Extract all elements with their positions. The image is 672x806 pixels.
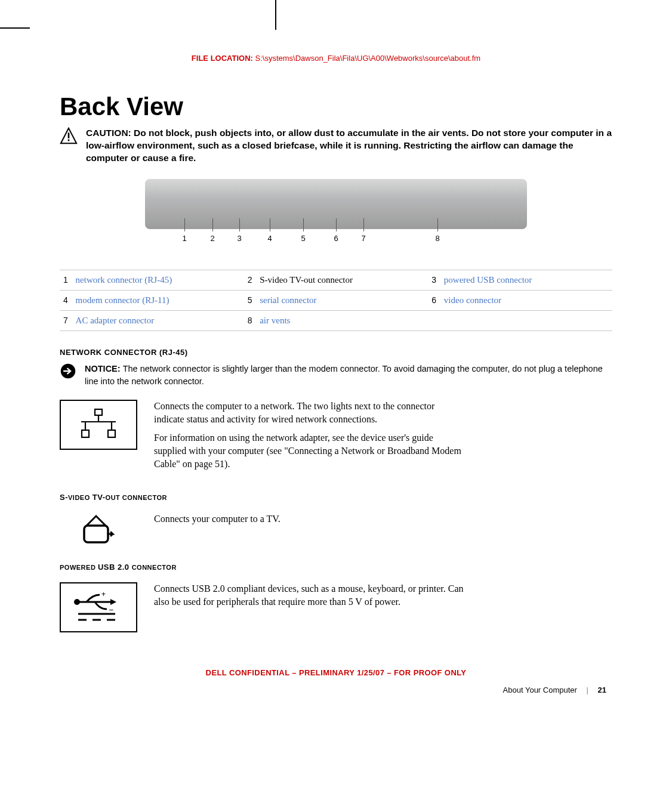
- legend-label: serial connector: [256, 290, 428, 310]
- callout-number: 3: [237, 234, 241, 243]
- notice-block: NOTICE: The network connector is slightl…: [60, 363, 612, 388]
- legend-num: 1: [60, 270, 72, 290]
- desc-paragraph: Connects the computer to a network. The …: [154, 400, 464, 427]
- legend-label: S-video TV-out connector: [256, 270, 428, 290]
- callout-line: [212, 218, 213, 231]
- callout-number: 6: [334, 234, 338, 243]
- legend-link[interactable]: serial connector: [260, 295, 316, 305]
- callout-line: [184, 218, 185, 231]
- legend-num: 4: [60, 290, 72, 310]
- legend-table: 1 network connector (RJ-45) 2 S-video TV…: [60, 270, 612, 331]
- callout-line: [336, 218, 337, 231]
- powered-usb-icon: + −: [60, 582, 137, 632]
- callout-number: 4: [267, 234, 272, 243]
- legend-label: [440, 310, 612, 331]
- footer-separator: |: [587, 685, 588, 694]
- section-heading-usb: POWERED USB 2.0 CONNECTOR: [60, 563, 612, 572]
- caution-label: CAUTION:: [86, 128, 134, 138]
- callout-number: 2: [210, 234, 214, 243]
- legend-link[interactable]: AC adapter connector: [76, 316, 155, 325]
- page-footer: About Your Computer | 21: [60, 685, 612, 694]
- crop-mark-horizontal: [0, 27, 30, 29]
- svideo-description: Connects your computer to a TV.: [154, 512, 280, 530]
- footer-section: About Your Computer: [503, 685, 577, 694]
- table-row: 1 network connector (RJ-45) 2 S-video TV…: [60, 270, 612, 290]
- usb-description-row: + − Connects USB 2.0 compliant devices, …: [60, 582, 612, 632]
- heading-part: OUT CONNECTOR: [106, 494, 167, 501]
- network-description-row: Connects the computer to a network. The …: [60, 400, 612, 476]
- legend-link[interactable]: powered USB connector: [444, 275, 532, 285]
- network-description: Connects the computer to a network. The …: [154, 400, 464, 476]
- legend-link[interactable]: video connector: [444, 295, 501, 305]
- legend-label: powered USB connector: [440, 270, 612, 290]
- callout-line: [363, 218, 364, 231]
- legend-label: network connector (RJ-45): [72, 270, 244, 290]
- legend-link[interactable]: modem connector (RJ-11): [76, 295, 169, 305]
- heading-part: S-: [60, 493, 68, 502]
- notice-body: The network connector is slightly larger…: [85, 364, 603, 386]
- legend-link[interactable]: air vents: [260, 316, 290, 325]
- notice-arrow-icon: [60, 363, 76, 382]
- svideo-description-row: Connects your computer to a TV.: [60, 512, 612, 546]
- callout-number: 1: [182, 234, 186, 243]
- heading-part: USB 2.0: [98, 563, 132, 572]
- heading-part: (RJ-45): [159, 348, 188, 357]
- callout-strip: 1 2 3 4 5 6 7 8: [145, 234, 527, 259]
- heading-part: TV-: [90, 493, 106, 502]
- heading-part: POWERED: [60, 564, 98, 571]
- file-location-label: FILE LOCATION:: [192, 54, 255, 63]
- legend-num: 8: [244, 310, 257, 331]
- legend-label: air vents: [256, 310, 428, 331]
- table-row: 7 AC adapter connector 8 air vents: [60, 310, 612, 331]
- caution-text: CAUTION: Do not block, push objects into…: [86, 127, 612, 165]
- section-heading-svideo: S-VIDEO TV-OUT CONNECTOR: [60, 493, 612, 502]
- callout-line: [270, 218, 270, 231]
- heading-part: CONNECTOR: [132, 564, 177, 571]
- confidential-footer: DELL CONFIDENTIAL – PRELIMINARY 1/25/07 …: [60, 668, 612, 677]
- callout-number: 8: [435, 234, 439, 243]
- legend-label: AC adapter connector: [72, 310, 244, 331]
- notice-text: NOTICE: The network connector is slightl…: [85, 363, 612, 388]
- callout-line: [239, 218, 240, 231]
- legend-link[interactable]: network connector (RJ-45): [76, 275, 172, 285]
- callout-number: 7: [361, 234, 365, 243]
- page-title: Back View: [60, 92, 612, 121]
- svg-rect-1: [68, 132, 70, 138]
- usb-description: Connects USB 2.0 compliant devices, such…: [154, 582, 464, 614]
- table-row: 4 modem connector (RJ-11) 5 serial conne…: [60, 290, 612, 310]
- caution-triangle-icon: [60, 127, 78, 147]
- legend-label: video connector: [440, 290, 612, 310]
- svg-rect-10: [108, 430, 115, 437]
- caution-block: CAUTION: Do not block, push objects into…: [60, 127, 612, 165]
- svg-marker-14: [110, 599, 116, 605]
- legend-num: 5: [244, 290, 257, 310]
- crop-mark-vertical: [275, 0, 276, 30]
- tv-out-icon: [60, 512, 137, 546]
- legend-num: 7: [60, 310, 72, 331]
- desc-paragraph: Connects your computer to a TV.: [154, 512, 280, 526]
- caution-body: Do not block, push objects into, or allo…: [86, 128, 612, 163]
- legend-num: 6: [428, 290, 440, 310]
- legend-num: 2: [244, 270, 257, 290]
- desc-paragraph: For information on using the network ada…: [154, 431, 464, 471]
- legend-num: 3: [428, 270, 440, 290]
- svg-rect-9: [82, 430, 89, 437]
- legend-label: modem connector (RJ-11): [72, 290, 244, 310]
- svg-rect-2: [68, 140, 70, 141]
- svg-text:+: +: [101, 590, 106, 598]
- footer-page-number: 21: [598, 685, 606, 694]
- svg-rect-4: [95, 409, 102, 415]
- heading-part: NETWORK CONNECTOR: [60, 348, 159, 357]
- heading-part: VIDEO: [68, 494, 90, 501]
- callout-line: [437, 218, 438, 231]
- file-location-path: S:\systems\Dawson_Fila\Fila\UG\A00\Webwo…: [255, 54, 481, 63]
- network-port-icon: [60, 400, 137, 450]
- callout-line: [303, 218, 304, 231]
- section-heading-network: NETWORK CONNECTOR (RJ-45): [60, 348, 612, 357]
- desc-paragraph: Connects USB 2.0 compliant devices, such…: [154, 582, 464, 609]
- file-location-header: FILE LOCATION: S:\systems\Dawson_Fila\Fi…: [60, 54, 612, 63]
- svg-rect-11: [84, 526, 108, 542]
- callout-number: 5: [301, 234, 305, 243]
- legend-num: [428, 310, 440, 331]
- notice-label: NOTICE:: [85, 364, 123, 373]
